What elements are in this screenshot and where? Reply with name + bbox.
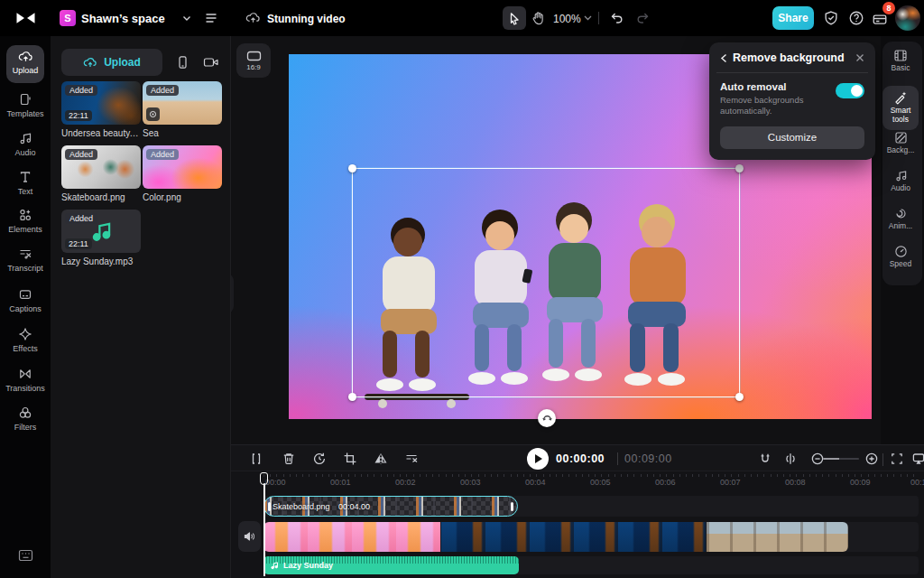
zoom-level[interactable]: 100% <box>553 13 581 25</box>
clip-name: Skateboard.png <box>273 502 330 511</box>
added-badge: Added <box>146 85 179 96</box>
resize-handle-bottom-left[interactable] <box>348 393 356 401</box>
ruler-label: 00:01 <box>330 478 351 487</box>
clip-sea[interactable] <box>707 522 848 552</box>
mirror-flip-icon[interactable] <box>374 452 388 466</box>
rotate-handle[interactable] <box>538 409 556 427</box>
sidebar-item-text[interactable]: Text <box>0 170 51 196</box>
clip-lazy-sunday[interactable]: Lazy Sunday <box>263 556 519 574</box>
playhead-line[interactable] <box>263 483 265 576</box>
panel-item-animation[interactable]: Anim... <box>882 207 919 231</box>
ratio-frame-icon <box>246 51 262 61</box>
playhead-handle[interactable] <box>260 472 268 485</box>
media-item-lazy-sunday[interactable]: Added 22:11 Lazy Sunday.mp3 <box>61 210 141 266</box>
track-mute-button[interactable] <box>238 521 261 552</box>
zoom-chevron-down-icon[interactable] <box>584 15 592 21</box>
notification-badge: 8 <box>882 2 895 14</box>
clip-skateboard[interactable]: Skateboard.png 00:04.00 <box>263 496 518 517</box>
close-icon[interactable] <box>855 53 864 62</box>
preview-area: 16:9 <box>231 36 881 444</box>
shield-check-icon[interactable] <box>823 10 839 26</box>
workspace-name[interactable]: Shawn’s space <box>81 12 165 25</box>
media-thumbnail: Added 22:11 <box>61 210 141 253</box>
split-clip-icon[interactable] <box>249 452 263 466</box>
capcut-logo-icon[interactable] <box>15 8 36 28</box>
keyboard-shortcuts-icon[interactable] <box>0 549 51 562</box>
sidebar-item-elements[interactable]: Elements <box>0 208 51 234</box>
templates-icon <box>0 92 51 107</box>
sidebar-item-audio[interactable]: Audio <box>0 131 51 157</box>
resize-handle-top-right[interactable] <box>735 164 744 172</box>
delete-icon[interactable] <box>282 452 296 466</box>
panel-item-smart-tools[interactable]: Smart tools <box>882 86 919 130</box>
resize-handle-bottom-right[interactable] <box>735 393 744 401</box>
project-title[interactable]: Stunning video <box>267 13 346 25</box>
elements-icon <box>0 208 51 222</box>
crop-icon[interactable] <box>343 452 357 466</box>
header-divider <box>598 12 599 24</box>
avatar[interactable] <box>895 5 920 31</box>
media-item-name: Skateboard.png <box>61 192 141 202</box>
fit-timeline-icon[interactable] <box>890 452 904 466</box>
timeline-toolbar: 00:00:00 00:09:00 <box>231 444 924 471</box>
record-camera-button[interactable] <box>199 50 224 75</box>
expand-tracks-icon[interactable] <box>783 452 798 466</box>
timeline-ruler[interactable]: 00:00 00:01 00:02 00:03 00:04 00:05 00:0… <box>231 471 924 493</box>
media-item-color[interactable]: Added Color.png <box>143 145 222 202</box>
workspace-badge[interactable]: S <box>60 10 76 26</box>
speaker-icon <box>244 531 255 542</box>
sidebar-item-captions[interactable]: Captions <box>0 287 51 313</box>
sidebar-item-templates[interactable]: Templates <box>0 92 51 118</box>
upload-media-button[interactable]: Upload <box>61 49 162 76</box>
added-badge: Added <box>146 149 179 160</box>
aspect-ratio-button[interactable]: 16:9 <box>236 43 271 78</box>
hand-tool-button[interactable] <box>531 11 545 25</box>
media-item-undersea[interactable]: Added 22:11 Undersea beauty.mp4 <box>61 81 141 138</box>
edit-transcript-icon[interactable] <box>404 452 419 466</box>
trim-handle-right[interactable] <box>511 502 513 511</box>
media-item-skateboard[interactable]: Added Skateboard.png <box>61 145 141 202</box>
panel-item-audio[interactable]: Audio <box>882 169 919 193</box>
share-button[interactable]: Share <box>772 6 814 30</box>
timeline-zoom-slider[interactable] <box>823 458 859 460</box>
sidebar-item-transcript[interactable]: Transcript <box>0 247 51 273</box>
redo-button[interactable] <box>635 11 650 25</box>
music-notes-icon <box>0 131 51 145</box>
sidebar-item-effects[interactable]: Effects <box>0 327 51 353</box>
music-note-icon <box>270 561 279 570</box>
cloud-sync-icon <box>245 11 261 24</box>
sidebar-item-upload[interactable]: Upload <box>6 45 44 83</box>
panel-item-basic[interactable]: Basic <box>882 49 919 73</box>
undo-button[interactable] <box>610 11 624 25</box>
preview-display-icon[interactable] <box>911 452 924 466</box>
duration-badge: 22:11 <box>65 238 92 249</box>
panel-item-background[interactable]: Backg... <box>882 131 919 155</box>
snap-magnet-icon[interactable] <box>758 452 772 466</box>
customize-button[interactable]: Customize <box>720 126 864 149</box>
transcript-icon <box>0 247 51 261</box>
phone-capture-button[interactable] <box>170 50 195 75</box>
chevron-down-icon[interactable] <box>182 15 191 22</box>
media-thumbnail: Added <box>143 81 222 125</box>
help-icon[interactable] <box>848 10 864 26</box>
play-button[interactable] <box>527 448 549 470</box>
back-chevron-icon[interactable] <box>720 53 727 63</box>
rotate-clip-icon[interactable] <box>312 452 327 466</box>
select-tool-button[interactable] <box>503 6 526 30</box>
auto-removal-toggle[interactable] <box>836 83 864 98</box>
auto-removal-description: Remove backgrounds automatically. <box>720 95 827 117</box>
ruler-label: 00:06 <box>655 478 676 487</box>
media-item-name: Undersea beauty.mp4 <box>61 128 141 138</box>
capcut-editor: S Shawn’s space Stunning video 100% Shar… <box>0 0 924 578</box>
media-item-sea[interactable]: Added Sea <box>143 81 222 138</box>
project-list-icon[interactable] <box>204 11 218 25</box>
resize-handle-top-left[interactable] <box>348 164 356 172</box>
sidebar-item-filters[interactable]: Filters <box>0 406 51 432</box>
sidebar-item-transitions[interactable]: Transitions <box>0 367 51 393</box>
zoom-in-icon[interactable] <box>864 452 879 466</box>
trim-handle-left[interactable] <box>268 502 271 511</box>
clip-undersea[interactable] <box>441 522 706 552</box>
selection-box[interactable] <box>352 168 740 397</box>
clip-color[interactable] <box>263 522 440 552</box>
panel-item-speed[interactable]: Speed <box>882 245 919 269</box>
